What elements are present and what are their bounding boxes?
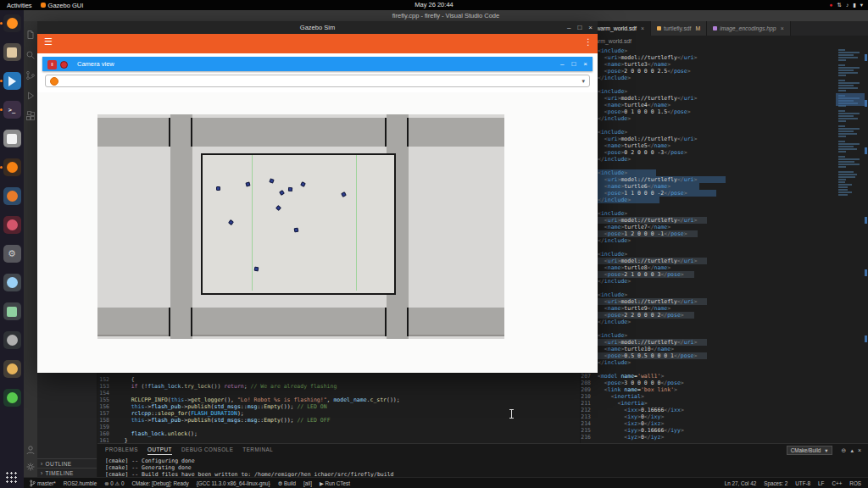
dock-item-system-monitor[interactable] — [3, 302, 21, 320]
battery-icon[interactable]: ▮ — [853, 3, 856, 8]
code-line[interactable]: 198 <pose>2 2 0 0 0 2</pose> — [581, 312, 836, 319]
code-line[interactable]: 171<include> — [581, 129, 836, 136]
status-cursor-position[interactable]: Ln 27, Col 42 — [725, 480, 756, 486]
line-number[interactable]: 153 — [97, 383, 118, 390]
accounts-icon[interactable] — [25, 443, 36, 453]
status-indentation[interactable]: Spaces: 2 — [764, 480, 787, 486]
clock[interactable]: May 26 20:44 — [415, 0, 453, 10]
clear-output-icon[interactable]: ⊖ — [842, 447, 847, 453]
task-dropdown[interactable]: CMake/Build ▾ — [787, 446, 832, 455]
code-line[interactable]: 196 <uri>model://turtlefly</uri> — [581, 298, 836, 305]
code-line[interactable]: 216 <iyz>0</iyz> — [581, 434, 836, 441]
dock-item-green-app[interactable] — [3, 389, 21, 407]
dock-item-terminal[interactable]: >_ — [3, 101, 21, 119]
code-line[interactable]: 152 { — [97, 376, 580, 383]
dock-item-rviz[interactable] — [3, 187, 21, 205]
line-number[interactable]: 212 — [581, 407, 598, 413]
minimize-button[interactable]: – — [567, 24, 570, 31]
minimap[interactable] — [836, 47, 865, 443]
close-panel-icon[interactable]: × — [858, 447, 861, 453]
code-line[interactable]: 161 } — [97, 437, 580, 443]
system-tray[interactable]: ●⇅♪▮▾ — [830, 0, 863, 10]
robot-marker[interactable] — [216, 186, 220, 191]
extensions-icon[interactable] — [25, 109, 36, 119]
code-line[interactable]: 161 <name>turtle3</name> — [581, 61, 836, 68]
line-number[interactable]: 158 — [97, 417, 118, 424]
settings-gear-icon[interactable] — [25, 460, 36, 470]
code-line[interactable]: 195<include> — [581, 291, 836, 298]
status-ros-distro[interactable]: ROS2.humble — [64, 480, 97, 486]
gazebo-3d-viewport[interactable] — [37, 92, 598, 373]
line-number[interactable]: 209 — [581, 386, 598, 393]
code-line[interactable]: 168 <pose>0 1 0 0 0 1.5</pose> — [581, 108, 836, 115]
code-line[interactable]: 164 — [581, 81, 836, 88]
code-line[interactable]: 188 — [581, 244, 836, 251]
code-line[interactable]: 165<include> — [581, 88, 836, 95]
code-line[interactable]: 180 <pose>1 1 0 0 0 -2</pose> — [581, 190, 836, 197]
source-control-icon[interactable] — [25, 69, 36, 79]
status-build-button[interactable]: ⚙ Build — [278, 480, 296, 486]
status-eol[interactable]: LF — [818, 480, 824, 486]
maximize-panel-icon[interactable]: ▴ — [850, 447, 854, 453]
code-line[interactable]: 184 <uri>model://turtlefly</uri> — [581, 217, 836, 224]
code-line[interactable]: 209 <link name='box link'> — [581, 386, 836, 393]
code-line[interactable]: 197 <name>turtle9</name> — [581, 305, 836, 312]
code-line[interactable]: 166 <uri>model://turtlefly</uri> — [581, 95, 836, 102]
code-line[interactable]: 173 <name>turtle5</name> — [581, 142, 836, 149]
tab-close-icon[interactable]: × — [641, 25, 644, 31]
robot-marker[interactable] — [288, 187, 292, 191]
code-line[interactable]: 204 <pose>0.5 0.5 0 0 0 1</pose> — [581, 352, 836, 359]
close-button[interactable]: × — [588, 24, 593, 31]
dock-item-software-center[interactable] — [3, 274, 21, 291]
code-line[interactable]: 190 <uri>model://turtlefly</uri> — [581, 258, 836, 264]
dock-item-gazebo[interactable] — [3, 158, 21, 176]
code-line[interactable]: 159<include> — [581, 47, 836, 54]
code-line[interactable]: 192 <pose>2 1 0 0 0 3</pose> — [581, 271, 836, 278]
code-line[interactable]: 207<model name='wall1'> — [581, 373, 836, 380]
robot-marker[interactable] — [294, 228, 299, 233]
code-line[interactable]: 181</include> — [581, 197, 836, 203]
tab-close-icon[interactable]: × — [781, 25, 784, 31]
status-ctest-button[interactable]: ▶ Run CTest — [320, 480, 350, 486]
line-number[interactable]: 208 — [581, 380, 598, 386]
tab-turtlefly.sdf[interactable]: turtlefly.sdfM — [651, 21, 707, 36]
breadcrumb[interactable]: swarm_world.sdf — [581, 36, 868, 47]
output-log[interactable]: [cmake] -- Configuring done[cmake] -- Ge… — [105, 458, 868, 478]
panel-tab-terminal[interactable]: TERMINAL — [242, 446, 273, 455]
code-editor[interactable]: 159<include>160 <uri>model://turtlefly</… — [581, 47, 836, 443]
panel-tab-problems[interactable]: PROBLEMS — [105, 446, 138, 455]
code-line[interactable]: 178 <uri>model://turtlefly</uri> — [581, 176, 836, 183]
code-line[interactable]: 208 <pose>3 0 0 0 0 0</pose> — [581, 380, 836, 386]
dock-item-settings[interactable]: ⚙ — [3, 245, 21, 263]
dock-item-firefox[interactable] — [3, 14, 21, 32]
robot-marker[interactable] — [275, 205, 281, 211]
robot-marker[interactable] — [300, 181, 306, 187]
status-ros-extension[interactable]: ROS — [849, 480, 861, 486]
code-line[interactable]: 155 RCLCPP_INFO(this->get_logger(), "Lo!… — [97, 396, 580, 403]
code-line[interactable]: 157 rclcpp::sleep_for(FLASH_DURATION); — [97, 410, 580, 417]
dock-item-screenshot-tool[interactable] — [3, 360, 21, 378]
explorer-icon[interactable] — [25, 28, 36, 38]
code-line[interactable]: 154 — [97, 390, 580, 396]
robot-marker[interactable] — [279, 190, 285, 196]
line-number[interactable]: 213 — [581, 413, 598, 420]
code-line[interactable]: 174 <pose>0 2 0 0 0 -3</pose> — [581, 149, 836, 156]
code-line[interactable]: 212 <ixx>0.16666</ixx> — [581, 407, 836, 413]
search-icon[interactable] — [25, 48, 36, 58]
panel-tab-output[interactable]: OUTPUT — [147, 446, 172, 455]
robot-marker[interactable] — [254, 267, 259, 272]
volume-icon[interactable]: ♪ — [846, 3, 849, 8]
robot-marker[interactable] — [228, 219, 234, 225]
code-line[interactable]: 160 flash_lock.unlock(); — [97, 430, 580, 437]
code-line[interactable]: 193</include> — [581, 278, 836, 285]
maximize-button[interactable]: □ — [577, 24, 581, 31]
code-line[interactable]: 201<include> — [581, 332, 836, 339]
line-number[interactable]: 207 — [581, 373, 598, 380]
panel-tab-debug-console[interactable]: DEBUG CONSOLE — [181, 446, 233, 455]
code-line[interactable]: 182 — [581, 203, 836, 210]
run-debug-icon[interactable] — [25, 89, 36, 99]
plugin-float-button[interactable]: □ — [571, 60, 576, 68]
camera-topic-combobox[interactable]: ▾ — [45, 75, 590, 87]
status-problems[interactable]: ⊗ 0 ⚠ 0 — [104, 480, 124, 486]
code-line[interactable]: 175</include> — [581, 156, 836, 163]
